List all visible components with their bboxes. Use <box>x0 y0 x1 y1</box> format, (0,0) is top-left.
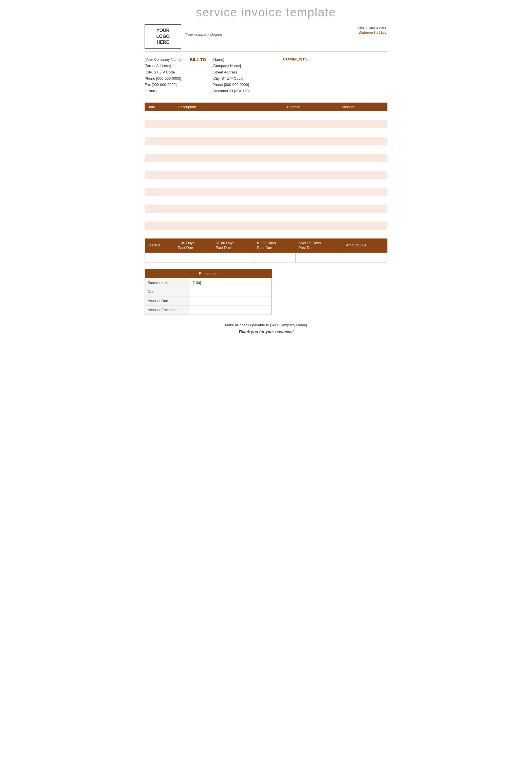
cell-date-5 <box>145 154 175 162</box>
bill-to-label: BILL TO <box>190 56 212 94</box>
bill-to-name: [Name] <box>212 56 274 63</box>
invoice-table: Date Description Balance Amount <box>145 103 387 238</box>
remittance-label-3: Amount Enclosed <box>145 305 190 314</box>
table-row <box>145 120 387 128</box>
cell-balance-6 <box>284 162 339 171</box>
cell-date-3 <box>145 137 175 145</box>
bill-to-address: [Street Address] <box>212 69 274 76</box>
remittance-value-3 <box>190 305 271 314</box>
table-row <box>145 145 387 154</box>
remittance-value-0: [100] <box>190 278 271 287</box>
logo-line2: HERE <box>157 40 169 45</box>
bill-to-city: [City, ST ZIP Code] <box>212 76 274 82</box>
date-label: Date <box>357 26 364 30</box>
table-row <box>145 196 387 204</box>
company-fax: Fax [000-000-0000] <box>145 82 190 88</box>
remittance-row: Statement #[100] <box>145 278 272 287</box>
summary-col-61-90: 61-90 DaysPast Due <box>254 238 295 253</box>
remittance-header-row: Remittance <box>145 269 272 278</box>
cell-balance-10 <box>284 196 339 204</box>
remittance-header: Remittance <box>145 269 272 278</box>
cell-description-4 <box>175 145 284 154</box>
cell-date-1 <box>145 120 175 128</box>
date-value: [Enter a date] <box>365 26 387 30</box>
col-header-amount: Amount <box>339 103 387 111</box>
table-row <box>145 213 387 222</box>
cell-balance-4 <box>284 145 339 154</box>
cell-amount-14 <box>339 230 387 238</box>
table-row <box>145 171 387 179</box>
info-section: [Your Company Name]. [Street Address] [C… <box>145 56 387 94</box>
summary-table: Current 1-30 DaysPast Due 31-60 DaysPast… <box>145 238 387 262</box>
bill-to-phone: Phone [000-000-0000] <box>212 82 274 88</box>
statement-label: Statement # <box>358 30 378 35</box>
cell-balance-13 <box>284 222 339 230</box>
cell-date-13 <box>145 222 175 230</box>
comments-label: COMMENTS <box>283 56 387 61</box>
cell-amount-11 <box>339 204 387 213</box>
cell-amount-8 <box>339 179 387 188</box>
comments-section: COMMENTS <box>274 56 387 94</box>
table-header-row: Date Description Balance Amount <box>145 103 387 111</box>
summary-col-over-90: Over 90 DaysPast Due <box>296 238 343 253</box>
remittance-label-0: Statement # <box>145 278 190 287</box>
header-divider <box>145 51 387 51</box>
bill-to-customer-id: Customer ID [ABC123] <box>212 88 274 94</box>
cell-amount-9 <box>339 188 387 196</box>
table-row <box>145 222 387 230</box>
cell-description-0 <box>175 111 284 120</box>
thank-you-text: Thank you for your business! <box>145 329 387 334</box>
cell-balance-2 <box>284 128 339 137</box>
summary-val-31-60 <box>213 253 254 262</box>
cell-balance-8 <box>284 179 339 188</box>
cell-date-0 <box>145 111 175 120</box>
cell-amount-5 <box>339 154 387 162</box>
bill-to-company: [Company Name] <box>212 63 274 69</box>
remittance-value-2 <box>190 296 271 305</box>
cell-date-6 <box>145 162 175 171</box>
cell-date-7 <box>145 171 175 179</box>
cell-amount-3 <box>339 137 387 145</box>
cell-balance-0 <box>284 111 339 120</box>
cell-amount-2 <box>339 128 387 137</box>
remittance-label-1: Date <box>145 287 190 296</box>
cell-balance-3 <box>284 137 339 145</box>
remittance-row: Date <box>145 287 272 296</box>
summary-col-1-30: 1-30 DaysPast Due <box>175 238 213 253</box>
cell-description-12 <box>175 213 284 222</box>
cell-description-2 <box>175 128 284 137</box>
footer-section: Make all checks payable to [Your Company… <box>145 323 387 334</box>
cell-balance-14 <box>284 230 339 238</box>
summary-header-row: Current 1-30 DaysPast Due 31-60 DaysPast… <box>145 238 387 253</box>
col-header-balance: Balance <box>284 103 339 111</box>
col-header-date: Date <box>145 103 175 111</box>
cell-amount-1 <box>339 120 387 128</box>
company-address: [Street Address] <box>145 63 190 69</box>
remittance-table: Remittance Statement #[100]DateAmount Du… <box>145 269 272 315</box>
cell-date-10 <box>145 196 175 204</box>
cell-amount-12 <box>339 213 387 222</box>
cell-amount-6 <box>339 162 387 171</box>
cell-description-10 <box>175 196 284 204</box>
remittance-row: Amount Due <box>145 296 272 305</box>
company-phone: Phone [000-000-0000] <box>145 76 190 82</box>
cell-description-3 <box>175 137 284 145</box>
bill-to-info: [Name] [Company Name] [Street Address] [… <box>212 56 274 94</box>
cell-description-6 <box>175 162 284 171</box>
logo-line1: YOUR LOGO <box>156 28 169 39</box>
table-row <box>145 179 387 188</box>
cell-balance-12 <box>284 213 339 222</box>
date-line: Date [Enter a date] <box>357 26 387 30</box>
table-row <box>145 204 387 213</box>
cell-description-13 <box>175 222 284 230</box>
cell-amount-0 <box>339 111 387 120</box>
summary-val-amount-due <box>343 253 387 262</box>
logo-block: YOUR LOGO HERE <box>145 24 181 48</box>
company-slogan: [Your company slogan] <box>185 32 222 37</box>
cell-description-14 <box>175 230 284 238</box>
header-right: Date [Enter a date] Statement # [100] <box>357 26 387 35</box>
cell-date-8 <box>145 179 175 188</box>
summary-val-1-30 <box>175 253 213 262</box>
summary-val-61-90 <box>254 253 295 262</box>
table-row <box>145 230 387 238</box>
